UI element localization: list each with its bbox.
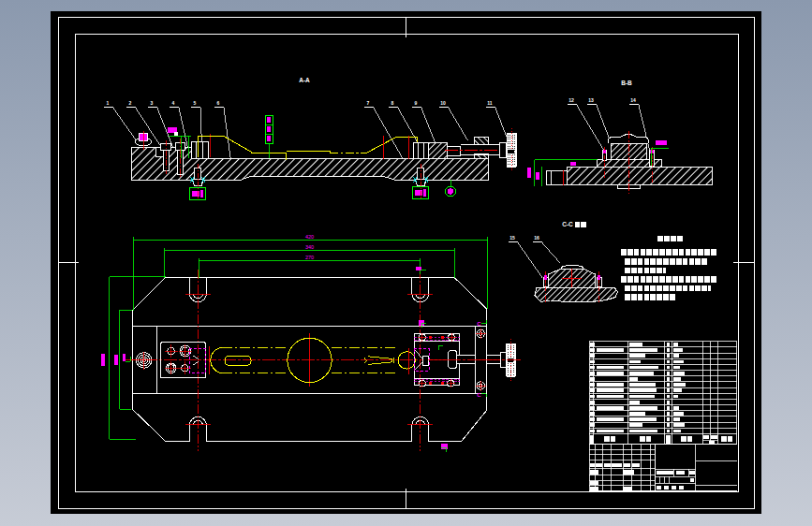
svg-text:16: 16 bbox=[534, 235, 539, 241]
svg-text:14: 14 bbox=[630, 97, 636, 103]
svg-text:420: 420 bbox=[305, 234, 314, 240]
svg-text:15: 15 bbox=[509, 235, 515, 241]
svg-text:13: 13 bbox=[588, 97, 594, 103]
svg-text:B-B: B-B bbox=[621, 80, 632, 86]
svg-text:2: 2 bbox=[129, 100, 132, 106]
svg-text:8: 8 bbox=[391, 100, 394, 106]
svg-text:340: 340 bbox=[305, 244, 314, 250]
svg-text:10: 10 bbox=[440, 100, 446, 106]
svg-text:4: 4 bbox=[172, 100, 175, 106]
svg-text:C: C bbox=[477, 392, 481, 398]
svg-text:1: 1 bbox=[107, 100, 110, 106]
svg-text:A-A: A-A bbox=[299, 77, 310, 83]
svg-text:3: 3 bbox=[151, 100, 154, 106]
svg-text:9: 9 bbox=[415, 100, 418, 106]
svg-text:12: 12 bbox=[568, 97, 574, 103]
svg-text:11: 11 bbox=[487, 100, 493, 106]
svg-text:270: 270 bbox=[305, 255, 314, 260]
svg-text:6: 6 bbox=[217, 100, 220, 106]
svg-text:5: 5 bbox=[194, 100, 197, 106]
svg-text:C-C: C-C bbox=[562, 221, 573, 227]
svg-text:7: 7 bbox=[367, 100, 370, 106]
